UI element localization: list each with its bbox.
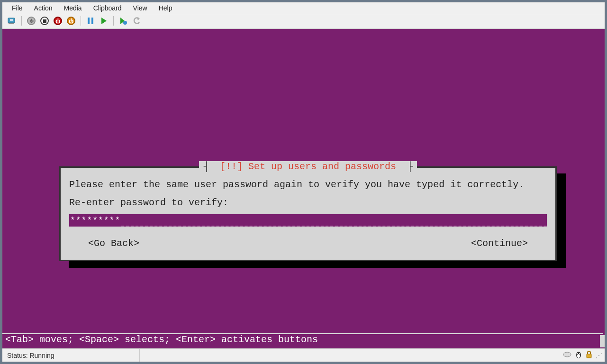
shutdown-icon[interactable]: ⏻ bbox=[52, 15, 63, 27]
checkpoint-icon[interactable] bbox=[118, 15, 129, 27]
menu-help[interactable]: Help bbox=[153, 3, 178, 13]
mouse-icon bbox=[562, 351, 572, 359]
toolbar: ⏻ ⏻ ⏻ bbox=[2, 14, 605, 29]
pause-icon[interactable] bbox=[85, 15, 96, 27]
installer-screen: ┤ [!!] Set up users and passwords ├ Plea… bbox=[2, 29, 605, 348]
svg-marker-5 bbox=[101, 18, 107, 24]
status-text: Status: Running bbox=[2, 349, 140, 362]
svg-rect-2 bbox=[9, 23, 14, 24]
svg-point-12 bbox=[577, 353, 578, 354]
separator bbox=[21, 16, 22, 26]
continue-button[interactable]: <Continue> bbox=[471, 236, 528, 251]
dialog-title: ┤ [!!] Set up users and passwords ├ bbox=[199, 161, 417, 172]
status-bar: Status: Running ⋰ bbox=[2, 348, 605, 362]
svg-rect-3 bbox=[88, 18, 90, 24]
svg-point-13 bbox=[579, 353, 580, 354]
password-input[interactable]: ********* bbox=[69, 214, 547, 227]
menu-file[interactable]: File bbox=[6, 3, 28, 13]
separator bbox=[81, 16, 81, 26]
penguin-icon bbox=[575, 350, 582, 360]
hyperv-window: File Action Media Clipboard View Help ⏻ … bbox=[2, 2, 605, 362]
masked-value: ********* bbox=[69, 214, 121, 227]
menu-view[interactable]: View bbox=[127, 3, 153, 13]
start-icon[interactable] bbox=[98, 15, 109, 27]
lock-icon bbox=[585, 350, 593, 360]
revert-icon[interactable] bbox=[131, 15, 142, 27]
connect-icon[interactable] bbox=[6, 15, 18, 27]
power-icon[interactable]: ⏻ bbox=[65, 15, 77, 27]
svg-rect-1 bbox=[10, 19, 13, 21]
hint-line: <Tab> moves; <Space> selects; <Enter> ac… bbox=[2, 334, 605, 347]
menu-action[interactable]: Action bbox=[28, 3, 58, 13]
go-back-button[interactable]: <Go Back> bbox=[88, 236, 139, 251]
svg-rect-14 bbox=[587, 354, 591, 358]
menu-bar: File Action Media Clipboard View Help bbox=[2, 2, 605, 14]
menu-clipboard[interactable]: Clipboard bbox=[88, 3, 127, 13]
separator bbox=[113, 16, 114, 26]
dialog-instruction: Please enter the same user password agai… bbox=[69, 177, 547, 192]
svg-point-7 bbox=[123, 21, 127, 25]
dialog-prompt: Re-enter password to verify: bbox=[69, 195, 547, 210]
svg-rect-4 bbox=[91, 18, 93, 24]
stop-icon[interactable] bbox=[39, 15, 50, 27]
input-rest bbox=[121, 214, 547, 227]
svg-point-9 bbox=[563, 352, 571, 357]
installer-dialog: ┤ [!!] Set up users and passwords ├ Plea… bbox=[59, 166, 557, 261]
menu-media[interactable]: Media bbox=[58, 3, 87, 13]
svg-point-11 bbox=[577, 354, 580, 358]
ctrl-alt-del-icon[interactable]: ⏻ bbox=[26, 15, 37, 27]
resize-grip-icon[interactable]: ⋰ bbox=[596, 352, 601, 359]
vm-console[interactable]: ┤ [!!] Set up users and passwords ├ Plea… bbox=[2, 29, 605, 348]
